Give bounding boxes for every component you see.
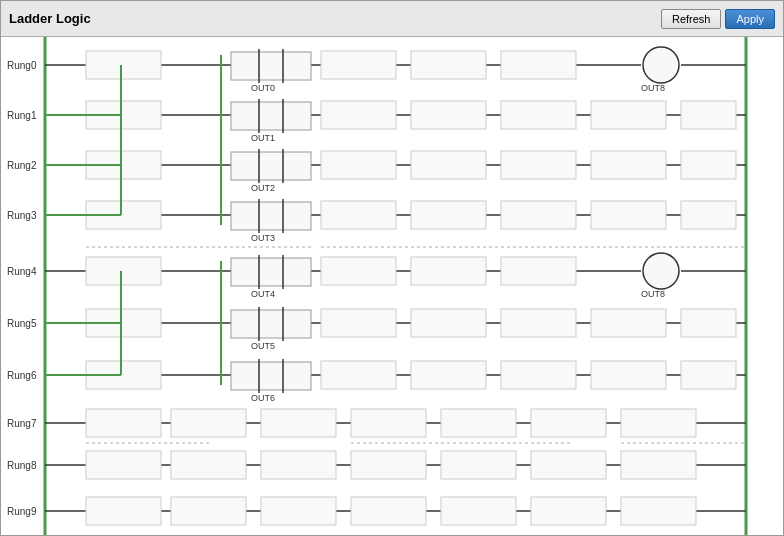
svg-text:Rung6: Rung6 (7, 370, 37, 381)
svg-rect-128 (441, 451, 516, 479)
svg-rect-93 (591, 309, 666, 337)
svg-rect-29 (501, 101, 576, 129)
svg-text:Rung3: Rung3 (7, 210, 37, 221)
svg-rect-126 (261, 451, 336, 479)
svg-rect-31 (681, 101, 736, 129)
svg-rect-7 (231, 52, 311, 80)
svg-rect-109 (681, 361, 736, 389)
svg-rect-130 (621, 451, 696, 479)
svg-rect-14 (411, 51, 486, 79)
svg-rect-15 (501, 51, 576, 79)
header: Ladder Logic Refresh Apply (1, 1, 783, 37)
svg-rect-129 (531, 451, 606, 479)
svg-rect-85 (231, 310, 311, 338)
svg-text:Rung2: Rung2 (7, 160, 37, 171)
svg-rect-61 (681, 201, 736, 229)
svg-rect-136 (351, 497, 426, 525)
svg-rect-45 (591, 151, 666, 179)
apply-button[interactable]: Apply (725, 9, 775, 29)
svg-rect-28 (411, 101, 486, 129)
svg-rect-139 (621, 497, 696, 525)
svg-rect-106 (411, 361, 486, 389)
svg-rect-114 (261, 409, 336, 437)
svg-rect-108 (591, 361, 666, 389)
svg-text:OUT2: OUT2 (251, 183, 275, 193)
svg-text:OUT6: OUT6 (251, 393, 275, 403)
svg-rect-37 (231, 152, 311, 180)
svg-text:OUT3: OUT3 (251, 233, 275, 243)
svg-rect-77 (321, 257, 396, 285)
svg-rect-91 (411, 309, 486, 337)
svg-point-11 (643, 47, 679, 83)
svg-rect-60 (591, 201, 666, 229)
page-title: Ladder Logic (9, 11, 91, 26)
svg-rect-135 (261, 497, 336, 525)
svg-rect-138 (531, 497, 606, 525)
svg-rect-107 (501, 361, 576, 389)
svg-point-74 (643, 253, 679, 289)
svg-rect-133 (86, 497, 161, 525)
svg-rect-57 (321, 201, 396, 229)
rung0-label: Rung0 (7, 60, 37, 71)
svg-text:OUT5: OUT5 (251, 341, 275, 351)
svg-rect-137 (441, 497, 516, 525)
svg-rect-100 (231, 362, 311, 390)
svg-rect-118 (621, 409, 696, 437)
svg-text:Rung4: Rung4 (7, 266, 37, 277)
svg-rect-58 (411, 201, 486, 229)
svg-rect-78 (411, 257, 486, 285)
svg-rect-27 (321, 101, 396, 129)
svg-rect-92 (501, 309, 576, 337)
ladder-area: Rung0 OUT0 OUT8 (1, 37, 783, 535)
svg-rect-76 (86, 257, 161, 285)
svg-rect-42 (321, 151, 396, 179)
svg-rect-116 (441, 409, 516, 437)
svg-text:OUT8: OUT8 (641, 289, 665, 299)
svg-text:Rung1: Rung1 (7, 110, 37, 121)
svg-rect-105 (321, 361, 396, 389)
svg-text:OUT4: OUT4 (251, 289, 275, 299)
svg-rect-134 (171, 497, 246, 525)
svg-rect-112 (86, 409, 161, 437)
svg-text:OUT8: OUT8 (641, 83, 665, 93)
svg-rect-46 (681, 151, 736, 179)
svg-rect-90 (321, 309, 396, 337)
svg-rect-30 (591, 101, 666, 129)
svg-text:Rung7: Rung7 (7, 418, 37, 429)
svg-text:Rung8: Rung8 (7, 460, 37, 471)
svg-rect-124 (86, 451, 161, 479)
main-container: Ladder Logic Refresh Apply Rung0 (0, 0, 784, 536)
svg-text:Rung5: Rung5 (7, 318, 37, 329)
ladder-svg: Rung0 OUT0 OUT8 (1, 37, 761, 535)
svg-rect-22 (231, 102, 311, 130)
svg-rect-115 (351, 409, 426, 437)
svg-text:OUT0: OUT0 (251, 83, 275, 93)
svg-rect-16 (86, 51, 161, 79)
svg-rect-117 (531, 409, 606, 437)
svg-rect-94 (681, 309, 736, 337)
svg-rect-59 (501, 201, 576, 229)
svg-rect-79 (501, 257, 576, 285)
svg-rect-127 (351, 451, 426, 479)
svg-text:OUT1: OUT1 (251, 133, 275, 143)
svg-rect-70 (231, 258, 311, 286)
svg-rect-44 (501, 151, 576, 179)
svg-rect-52 (231, 202, 311, 230)
header-buttons: Refresh Apply (661, 9, 775, 29)
svg-text:Rung9: Rung9 (7, 506, 37, 517)
svg-rect-43 (411, 151, 486, 179)
svg-rect-113 (171, 409, 246, 437)
refresh-button[interactable]: Refresh (661, 9, 722, 29)
svg-rect-125 (171, 451, 246, 479)
svg-rect-13 (321, 51, 396, 79)
